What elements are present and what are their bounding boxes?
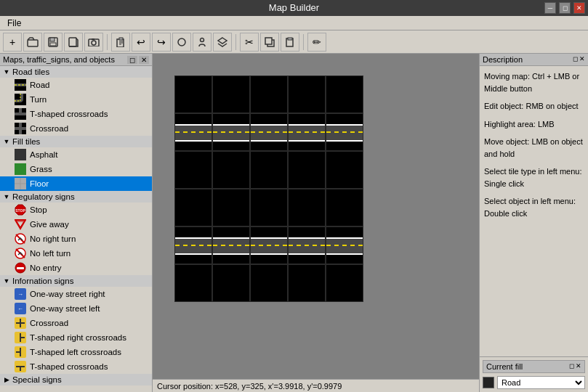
svg-rect-41	[17, 267, 24, 269]
map-tile-road[interactable]	[250, 113, 288, 151]
item-crossroad2[interactable]: Crossroad	[0, 316, 152, 330]
map-tile[interactable]	[174, 75, 212, 113]
map-tile-road[interactable]	[174, 226, 212, 264]
save-as-button[interactable]	[64, 33, 83, 52]
panel-pin[interactable]: ◻	[127, 56, 137, 64]
map-tile[interactable]	[174, 189, 212, 226]
item-no-right-turn[interactable]: No right turn	[0, 232, 152, 246]
item-one-way-left[interactable]: ← One-way street left	[0, 301, 152, 316]
desc-pin[interactable]: ◻	[573, 55, 578, 64]
map-tile[interactable]	[212, 151, 250, 189]
pencil-button[interactable]: ✏	[307, 33, 326, 52]
map-tile[interactable]	[212, 264, 250, 302]
desc-item-3: Highlight area: LMB	[484, 118, 584, 131]
save-button[interactable]	[44, 33, 63, 52]
circle-button[interactable]	[172, 33, 191, 52]
item-t-shaped[interactable]: T-shaped crossroads	[0, 107, 152, 121]
map-tile[interactable]	[174, 264, 212, 302]
map-tile[interactable]	[288, 151, 326, 189]
floor-icon	[15, 178, 26, 189]
person-button[interactable]	[193, 33, 212, 52]
item-t-left[interactable]: T-shaped left crossroads	[0, 345, 152, 359]
svg-rect-9	[119, 38, 123, 40]
item-t-cross2[interactable]: T-shaped crossroads	[0, 359, 152, 374]
fill-pin[interactable]: ◻	[569, 362, 574, 371]
t-left-icon	[15, 346, 26, 358]
map-tile[interactable]	[250, 151, 288, 189]
paste-button[interactable]	[111, 33, 130, 52]
map-tile[interactable]	[288, 75, 326, 113]
map-tile[interactable]	[288, 264, 326, 302]
redo-button[interactable]: ↪	[152, 33, 171, 52]
item-no-left-turn[interactable]: No left turn	[0, 246, 152, 261]
item-no-entry[interactable]: No entry	[0, 261, 152, 275]
item-grass[interactable]: Grass	[0, 162, 152, 176]
map-tile-road[interactable]	[288, 226, 326, 264]
panel-close[interactable]: ✕	[139, 56, 149, 64]
tree-container[interactable]: ▼ Road tiles Road Turn T-shaped crossro	[0, 66, 152, 392]
expand-arrow-info: ▼	[3, 277, 10, 285]
map-tile[interactable]	[326, 75, 363, 113]
map-tile[interactable]	[250, 75, 288, 113]
item-road[interactable]: Road	[0, 78, 152, 92]
item-no-entry-label: No entry	[30, 264, 61, 272]
cut-button[interactable]: ✂	[240, 33, 259, 52]
item-floor[interactable]: Floor	[0, 176, 152, 191]
map-tile[interactable]	[250, 264, 288, 302]
desc-item-6: Select object in left menu: Double click	[484, 195, 584, 219]
map-tile-road[interactable]	[326, 226, 363, 264]
section-fill-tiles[interactable]: ▼ Fill tiles	[0, 136, 152, 147]
screenshot-button[interactable]	[84, 33, 103, 52]
map-tile-road[interactable]	[174, 113, 212, 151]
item-crossroad[interactable]: Crossroad	[0, 121, 152, 136]
section-regulatory[interactable]: ▼ Regulatory signs	[0, 191, 152, 203]
map-tile[interactable]	[250, 189, 288, 226]
no-left-turn-icon	[15, 248, 26, 259]
restore-button[interactable]: ◻	[559, 2, 571, 14]
copy-button[interactable]	[260, 33, 279, 52]
map-tile-road[interactable]	[212, 226, 250, 264]
desc-close[interactable]: ✕	[579, 55, 585, 64]
item-give-away[interactable]: Give away	[0, 217, 152, 232]
map-row-2	[174, 113, 363, 151]
map-tile[interactable]	[212, 75, 250, 113]
fill-dropdown[interactable]: Road Asphalt Grass Floor	[497, 376, 585, 389]
section-special-signs[interactable]: ▶ Special signs	[0, 374, 152, 385]
item-one-way-right[interactable]: → One-way street right	[0, 287, 152, 301]
canvas-area[interactable]: Cursor position: x=528, y=325, x'=3.9918…	[153, 54, 479, 392]
map-canvas	[174, 75, 363, 302]
item-road-label: Road	[30, 81, 50, 89]
map-tile[interactable]	[326, 151, 363, 189]
layers-button[interactable]	[213, 33, 232, 52]
item-asphalt[interactable]: Asphalt	[0, 147, 152, 162]
section-info-signs[interactable]: ▼ Infornation signs	[0, 275, 152, 287]
item-t-right[interactable]: T-shaped right crossroads	[0, 330, 152, 345]
paste2-button[interactable]	[281, 33, 299, 52]
item-turn[interactable]: Turn	[0, 92, 152, 107]
map-tile-road[interactable]	[326, 113, 363, 151]
status-bar: Cursor position: x=528, y=325, x'=3.9918…	[153, 379, 479, 392]
map-tile[interactable]	[212, 189, 250, 226]
map-tile[interactable]	[326, 264, 363, 302]
menu-file[interactable]: File	[4, 18, 24, 28]
map-tile[interactable]	[326, 189, 363, 226]
item-turn-label: Turn	[30, 95, 47, 104]
map-tile-road[interactable]	[212, 113, 250, 151]
map-tile[interactable]	[288, 189, 326, 226]
map-tile[interactable]	[174, 151, 212, 189]
fill-select-row: Road Asphalt Grass Floor	[483, 376, 585, 389]
open-button[interactable]	[23, 33, 42, 52]
minimize-button[interactable]: ─	[544, 2, 556, 14]
map-tile-road[interactable]	[288, 113, 326, 151]
undo-button[interactable]: ↩	[132, 33, 150, 52]
map-tile-road[interactable]	[250, 226, 288, 264]
fill-close[interactable]: ✕	[576, 362, 581, 371]
one-way-right-icon: →	[15, 288, 26, 300]
item-stop[interactable]: STOP Stop	[0, 203, 152, 217]
svg-point-10	[178, 38, 185, 46]
svg-rect-28	[15, 163, 26, 175]
new-button[interactable]: +	[3, 33, 22, 52]
close-button[interactable]: ✕	[573, 2, 585, 14]
section-road-tiles[interactable]: ▼ Road tiles	[0, 66, 152, 78]
no-right-turn-icon	[15, 233, 26, 245]
